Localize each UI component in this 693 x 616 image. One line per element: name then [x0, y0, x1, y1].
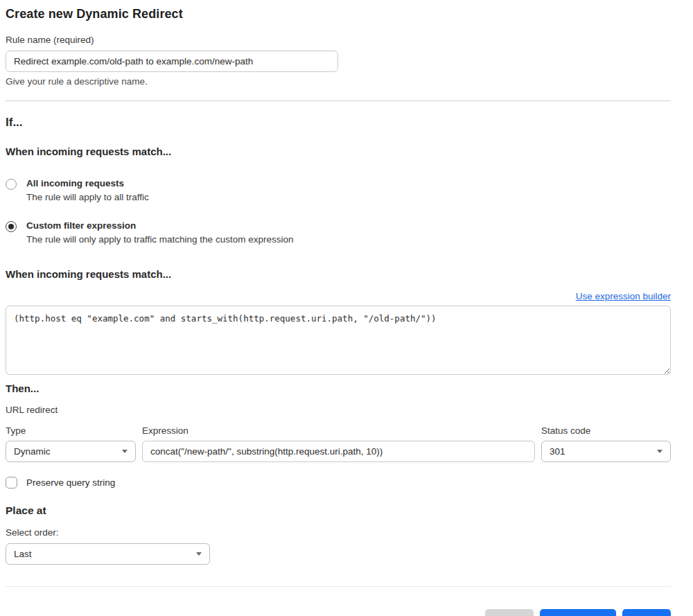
type-select[interactable]: Dynamic [6, 441, 136, 462]
section-divider [6, 100, 671, 101]
radio-option-custom-filter-expression[interactable]: Custom filter expression The rule will o… [6, 220, 671, 245]
chevron-down-icon [122, 450, 128, 453]
preserve-query-string-checkbox-row[interactable]: Preserve query string [6, 477, 671, 489]
radio-description: The rule will apply to all traffic [26, 192, 149, 202]
rule-name-help: Give your rule a descriptive name. [6, 76, 671, 87]
rule-name-label: Rule name (required) [6, 35, 671, 45]
radio-option-all-incoming-requests[interactable]: All incoming requests The rule will appl… [6, 178, 671, 202]
preserve-query-string-label: Preserve query string [26, 477, 115, 488]
status-code-label: Status code [541, 425, 671, 436]
cancel-button[interactable]: Cancel [485, 609, 534, 616]
radio-selected-icon[interactable] [6, 221, 17, 232]
order-select[interactable]: Last [6, 543, 210, 565]
select-order-label: Select order: [6, 527, 671, 538]
page-title: Create new Dynamic Redirect [6, 7, 671, 21]
type-label: Type [6, 425, 136, 436]
chevron-down-icon [657, 450, 663, 453]
expression-label: Expression [142, 425, 535, 436]
radio-unselected-icon[interactable] [6, 179, 17, 190]
checkbox-unchecked-icon[interactable] [6, 477, 17, 489]
place-at-heading: Place at [6, 504, 671, 517]
rule-name-input[interactable] [6, 51, 338, 72]
use-expression-builder-link[interactable]: Use expression builder [576, 291, 671, 301]
footer-actions: Cancel Save as Draft Deploy [6, 609, 671, 616]
status-code-select[interactable]: 301 [541, 441, 671, 462]
redirect-expression-input[interactable] [142, 441, 535, 462]
then-heading: Then... [6, 382, 671, 394]
expression-heading: When incoming requests match... [6, 268, 671, 280]
if-heading: If... [6, 116, 671, 130]
save-as-draft-button[interactable]: Save as Draft [540, 609, 616, 616]
type-select-value: Dynamic [14, 446, 51, 457]
radio-label: All incoming requests [26, 178, 149, 188]
filter-expression-textarea[interactable]: (http.host eq "example.com" and starts_w… [6, 306, 671, 375]
footer-divider [6, 586, 671, 587]
if-subheading: When incoming requests match... [6, 146, 671, 157]
deploy-button[interactable]: Deploy [622, 609, 671, 616]
chevron-down-icon [196, 552, 202, 556]
radio-label: Custom filter expression [26, 220, 293, 231]
create-redirect-form: Create new Dynamic Redirect Rule name (r… [0, 0, 693, 616]
status-code-select-value: 301 [550, 446, 565, 457]
url-redirect-label: URL redirect [6, 405, 671, 415]
radio-description: The rule will only apply to traffic matc… [26, 234, 293, 245]
order-select-value: Last [14, 549, 32, 559]
